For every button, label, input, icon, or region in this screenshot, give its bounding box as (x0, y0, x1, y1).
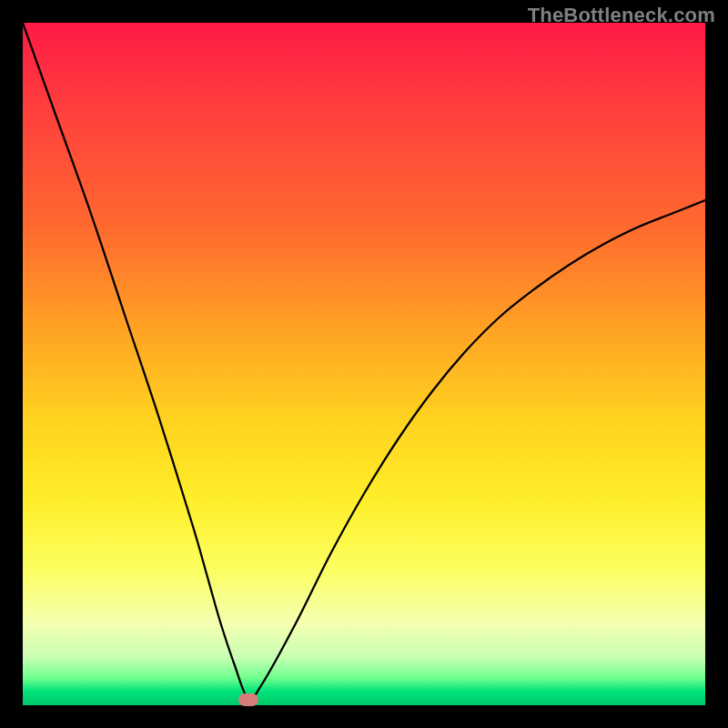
chart-frame: TheBottleneck.com (0, 0, 728, 728)
optimum-marker (238, 693, 258, 706)
plot-area (23, 23, 705, 705)
watermark-text: TheBottleneck.com (528, 4, 715, 27)
bottleneck-curve (23, 23, 705, 705)
